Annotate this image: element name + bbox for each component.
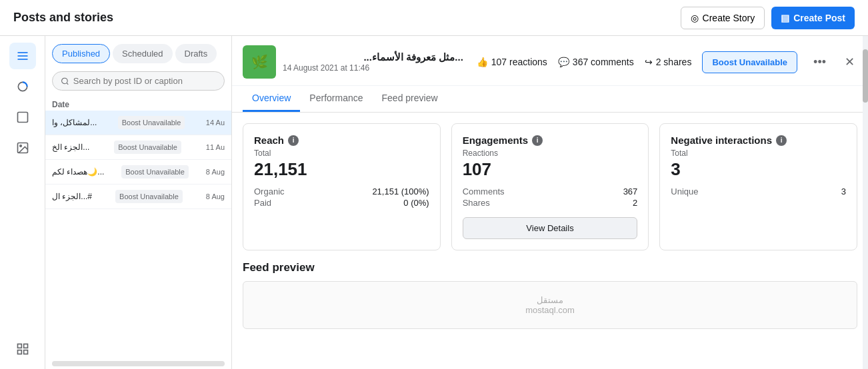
- tab-scheduled[interactable]: Scheduled: [113, 44, 172, 63]
- watermark-text: مستقلmostaql.com: [525, 295, 575, 315]
- search-input[interactable]: [73, 76, 216, 86]
- post-date: 14 Au: [206, 119, 225, 127]
- svg-rect-1: [17, 55, 27, 57]
- tab-feed-preview[interactable]: Feed preview: [373, 86, 447, 112]
- boost-unavailable-button[interactable]: Boost Unavailable: [115, 190, 183, 203]
- unique-value: 3: [841, 186, 846, 196]
- unique-label: Unique: [671, 186, 698, 196]
- paid-label: Paid: [254, 198, 271, 208]
- posts-panel: Published Scheduled Drafts Date ...لمشاك…: [45, 36, 232, 369]
- shares-value: 2: [633, 198, 637, 208]
- svg-point-11: [62, 78, 68, 84]
- svg-rect-8: [23, 344, 27, 348]
- svg-rect-0: [17, 52, 27, 53]
- reactions-stat: 👍 107 reactions: [477, 57, 547, 67]
- boost-unavailable-button[interactable]: Boost Unavailable: [114, 141, 181, 154]
- create-story-button[interactable]: ◎ Create Story: [681, 7, 765, 29]
- post-caption: ...🌙هصداء لكم: [52, 167, 104, 177]
- post-thumbnail: 🌿: [243, 45, 276, 79]
- metrics-grid: Reach i Total 21,151 Organic 21,151 (100…: [232, 113, 868, 261]
- sidebar-icon-spinner[interactable]: [9, 73, 36, 100]
- story-icon: ◎: [691, 13, 699, 23]
- post-date: 14 August 2021 at 11:46: [283, 63, 463, 73]
- sidebar-icon-image[interactable]: [9, 135, 36, 161]
- reach-paid-row: Paid 0 (0%): [254, 198, 429, 208]
- tab-published[interactable]: Published: [52, 44, 110, 63]
- search-bar: [52, 71, 225, 91]
- boost-unavailable-button[interactable]: Boost Unavailable: [121, 165, 189, 179]
- sidebar: [0, 36, 45, 369]
- shares-label: Shares: [463, 198, 490, 208]
- create-post-button[interactable]: ▤ Create Post: [771, 7, 855, 29]
- negative-interactions-title: Negative interactions i: [671, 135, 846, 146]
- reach-total-label: Total: [254, 149, 429, 158]
- feed-preview-watermark: مستقلmostaql.com: [243, 281, 857, 329]
- header-actions: ◎ Create Story ▤ Create Post: [681, 7, 855, 29]
- engagements-card: Engagements i Reactions 107 Comments 367…: [451, 123, 649, 250]
- negative-interactions-card: Negative interactions i Total 3 Unique 3: [659, 123, 857, 250]
- comments-value: 367: [623, 186, 638, 196]
- tab-overview[interactable]: Overview: [243, 86, 300, 112]
- main-layout: Published Scheduled Drafts Date ...لمشاك…: [0, 36, 868, 369]
- posts-tabs: Published Scheduled Drafts: [45, 36, 231, 69]
- feed-preview-title: Feed preview: [243, 261, 857, 274]
- reactions-value: 107: [463, 159, 638, 180]
- reach-organic-row: Organic 21,151 (100%): [254, 186, 429, 196]
- app-header: Posts and stories ◎ Create Story ▤ Creat…: [0, 0, 868, 36]
- sidebar-icon-layout[interactable]: [9, 104, 36, 131]
- reach-total-value: 21,151: [254, 159, 429, 180]
- more-options-button[interactable]: •••: [808, 53, 831, 72]
- post-icon: ▤: [781, 13, 789, 23]
- paid-value: 0 (0%): [403, 198, 429, 208]
- comments-label: Comments: [463, 186, 505, 196]
- svg-rect-2: [17, 59, 27, 60]
- close-button[interactable]: ✕: [842, 52, 857, 72]
- list-item[interactable]: ...🌙هصداء لكم Boost Unavailable 8 Aug: [45, 160, 231, 184]
- shares-stat: ↪ 2 shares: [645, 57, 692, 67]
- boost-unavailable-button[interactable]: Boost Unavailable: [118, 116, 185, 129]
- date-column-label: Date: [45, 96, 231, 111]
- comments-row: Comments 367: [463, 186, 638, 196]
- tab-drafts[interactable]: Drafts: [175, 44, 217, 63]
- post-caption: ...الجزء الخ: [52, 143, 89, 152]
- post-tabs: Overview Performance Feed preview: [232, 86, 868, 113]
- tab-performance[interactable]: Performance: [300, 86, 372, 112]
- post-caption: ...لمشاكل، وا: [52, 118, 97, 127]
- detail-scrollbar: [863, 36, 868, 369]
- organic-label: Organic: [254, 186, 285, 196]
- negative-total-value: 3: [671, 159, 846, 180]
- reach-title: Reach i: [254, 135, 429, 146]
- reactions-label: Reactions: [463, 149, 638, 158]
- posts-list: ...لمشاكل، وا Boost Unavailable 14 Au ..…: [45, 111, 231, 358]
- like-icon: 👍: [477, 57, 488, 67]
- detail-panel: 🌿 ...مثل مَعروفة الأسماء... 14 August 20…: [232, 36, 868, 369]
- post-date: 8 Aug: [206, 192, 225, 200]
- boost-unavailable-button[interactable]: Boost Unavailable: [702, 51, 797, 73]
- reach-info-icon[interactable]: i: [288, 135, 299, 146]
- negative-info-icon[interactable]: i: [776, 135, 787, 146]
- comments-count: 367 comments: [573, 57, 634, 67]
- view-details-button[interactable]: View Details: [463, 217, 638, 239]
- engagements-info-icon[interactable]: i: [532, 135, 543, 146]
- comment-icon: 💬: [558, 57, 569, 67]
- post-stats: 👍 107 reactions 💬 367 comments ↪ 2 share…: [477, 51, 857, 73]
- svg-point-6: [19, 145, 21, 147]
- shares-row: Shares 2: [463, 198, 638, 208]
- sidebar-icon-grid[interactable]: [9, 336, 36, 362]
- post-header: 🌿 ...مثل مَعروفة الأسماء... 14 August 20…: [232, 36, 868, 86]
- scrollbar-horizontal: [52, 361, 225, 366]
- list-item[interactable]: #...الجزء ال Boost Unavailable 8 Aug: [45, 184, 231, 209]
- comments-stat: 💬 367 comments: [558, 57, 634, 67]
- share-icon: ↪: [645, 57, 653, 67]
- post-caption: ...مثل مَعروفة الأسماء...: [283, 51, 463, 63]
- sidebar-icon-list[interactable]: [9, 43, 36, 69]
- search-icon: [61, 77, 69, 86]
- list-item[interactable]: ...الجزء الخ Boost Unavailable 11 Au: [45, 135, 231, 160]
- engagements-title: Engagements i: [463, 135, 638, 146]
- svg-rect-10: [23, 350, 27, 354]
- list-item[interactable]: ...لمشاكل، وا Boost Unavailable 14 Au: [45, 111, 231, 135]
- shares-count: 2 shares: [656, 57, 692, 67]
- svg-rect-9: [17, 350, 21, 354]
- reactions-count: 107 reactions: [491, 57, 547, 67]
- feed-preview-section: Feed preview مستقلmostaql.com: [232, 261, 868, 340]
